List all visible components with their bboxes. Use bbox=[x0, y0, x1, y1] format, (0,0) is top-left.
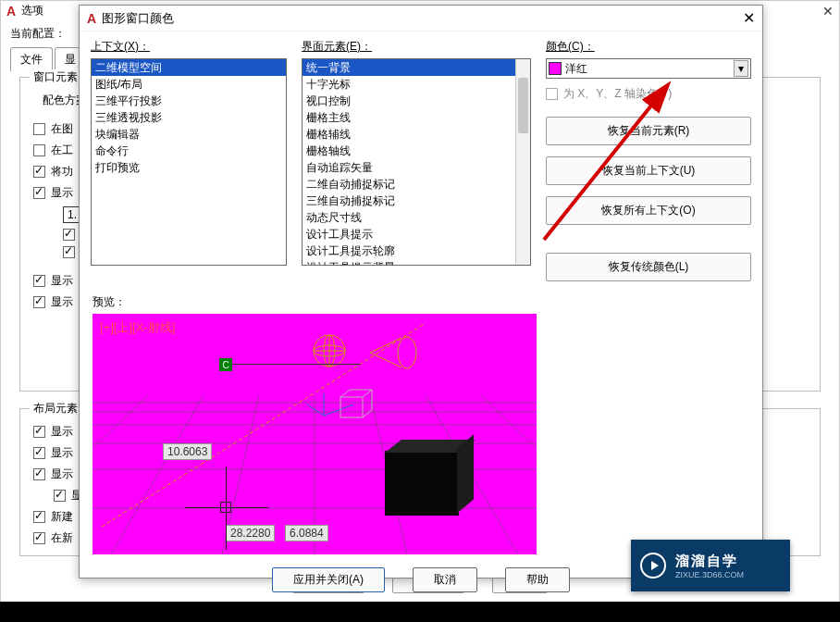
chevron-down-icon[interactable]: ▾ bbox=[734, 60, 748, 77]
color-value: 洋红 bbox=[565, 61, 587, 77]
interface-item[interactable]: 栅格轴线 bbox=[303, 143, 530, 159]
g2-chk-2[interactable] bbox=[33, 447, 45, 459]
chk-show[interactable] bbox=[33, 187, 45, 199]
g2-chk-3[interactable] bbox=[33, 468, 45, 480]
preview-grid bbox=[93, 314, 537, 554]
dialog-body: 上下文(X)： 二维模型空间图纸/布局三维平行投影三维透视投影块编辑器命令行打印… bbox=[80, 31, 762, 285]
chk-drawing-label: 在图 bbox=[51, 121, 73, 137]
bottom-black-strip bbox=[0, 602, 840, 622]
context-item[interactable]: 块编辑器 bbox=[92, 126, 286, 143]
options-title: 选项 bbox=[21, 3, 43, 19]
g2-chk-1-label: 显示 bbox=[51, 424, 73, 440]
svg-line-8 bbox=[111, 395, 204, 554]
interface-item[interactable]: 动态尺寸线 bbox=[303, 209, 530, 226]
interface-item[interactable]: 栅格主线 bbox=[303, 109, 530, 126]
restore-current-element-button[interactable]: 恢复当前元素(R) bbox=[546, 117, 751, 145]
preview-reading-1: 10.6063 bbox=[163, 443, 212, 460]
dialog-titlebar: A 图形窗口颜色 ✕ bbox=[80, 6, 762, 31]
chk-func[interactable] bbox=[33, 166, 45, 178]
svg-rect-26 bbox=[340, 397, 363, 417]
chk-show-2-label: 显示 bbox=[51, 273, 73, 289]
svg-line-21 bbox=[370, 338, 401, 353]
interface-item[interactable]: 二维自动捕捉标记 bbox=[303, 176, 530, 193]
scrollbar-thumb[interactable] bbox=[518, 78, 528, 133]
interface-item[interactable]: 设计工具提示背景 bbox=[303, 259, 530, 266]
cursor-pickbox bbox=[220, 502, 231, 513]
interface-item[interactable]: 栅格辅线 bbox=[303, 126, 530, 143]
context-column: 上下文(X)： 二维模型空间图纸/布局三维平行投影三维透视投影块编辑器命令行打印… bbox=[91, 39, 287, 281]
options-close-icon[interactable]: ✕ bbox=[822, 4, 834, 19]
interface-column: 界面元素(E)： 统一背景十字光标视口控制栅格主线栅格辅线栅格轴线自动追踪矢量二… bbox=[302, 39, 531, 281]
apply-close-button[interactable]: 应用并关闭(A) bbox=[272, 567, 385, 592]
dialog-close-icon[interactable]: ✕ bbox=[743, 9, 755, 27]
g2-chk-6[interactable] bbox=[33, 532, 45, 544]
autocad-icon: A bbox=[6, 4, 16, 19]
help-button[interactable]: 帮助 bbox=[505, 567, 570, 592]
zixue-badge: 溜溜自学 ZIXUE.3D66.COM bbox=[631, 540, 790, 591]
interface-item[interactable]: 设计工具提示 bbox=[303, 226, 530, 243]
cancel-button[interactable]: 取消 bbox=[413, 567, 477, 592]
g2-chk-2-label: 显示 bbox=[51, 445, 73, 461]
svg-point-20 bbox=[398, 337, 416, 368]
context-label: 上下文(X)： bbox=[91, 39, 287, 55]
svg-line-28 bbox=[363, 390, 372, 397]
interface-item[interactable]: 十字光标 bbox=[303, 76, 530, 93]
interface-scrollbar[interactable] bbox=[515, 59, 530, 265]
autocad-a-icon: A bbox=[87, 11, 96, 26]
restore-all-contexts-button[interactable]: 恢复所有上下文(O) bbox=[546, 196, 751, 225]
chk-tool-label: 在工 bbox=[51, 143, 73, 158]
chk-show-label: 显示 bbox=[51, 185, 73, 201]
preview-viewport: [+][上][X-射线] C 10.6063 28.2280 6.0884 bbox=[93, 314, 537, 554]
restore-current-context-button[interactable]: 恢复当前上下文(U) bbox=[546, 156, 751, 185]
dialog-title: 图形窗口颜色 bbox=[102, 10, 174, 27]
chk-show-3[interactable] bbox=[33, 296, 45, 308]
svg-line-22 bbox=[370, 353, 401, 367]
interface-item[interactable]: 视口控制 bbox=[303, 93, 530, 109]
interface-label: 界面元素(E)： bbox=[302, 39, 531, 55]
context-item[interactable]: 命令行 bbox=[92, 143, 286, 159]
g2-chk-4[interactable] bbox=[54, 490, 66, 502]
tint-label: 为 X、Y、Z 轴染色(T) bbox=[563, 86, 672, 102]
color-combobox[interactable]: 洋红 ▾ bbox=[546, 58, 751, 79]
color-swatch bbox=[549, 62, 562, 75]
badge-line1: 溜溜自学 bbox=[675, 553, 744, 570]
tint-row: 为 X、Y、Z 轴染色(T) bbox=[546, 86, 751, 102]
interface-listbox[interactable]: 统一背景十字光标视口控制栅格主线栅格辅线栅格轴线自动追踪矢量二维自动捕捉标记三维… bbox=[302, 58, 531, 266]
interface-item[interactable]: 设计工具提示轮廓 bbox=[303, 243, 530, 259]
preview-label: 预览： bbox=[93, 294, 762, 310]
context-item[interactable]: 三维平行投影 bbox=[92, 93, 286, 109]
sub-chk-1[interactable] bbox=[63, 229, 75, 241]
interface-item[interactable]: 自动追踪矢量 bbox=[303, 159, 530, 176]
g2-chk-1[interactable] bbox=[33, 426, 45, 438]
chk-show-2[interactable] bbox=[33, 275, 45, 287]
g2-chk-6-label: 在新 bbox=[51, 530, 73, 546]
context-item[interactable]: 二维模型空间 bbox=[92, 59, 286, 76]
svg-line-7 bbox=[93, 395, 148, 554]
badge-line2: ZIXUE.3D66.COM bbox=[675, 570, 744, 579]
chk-tool[interactable] bbox=[33, 144, 45, 156]
group-legend-2: 布局元素 bbox=[30, 401, 81, 417]
context-item[interactable]: 打印预览 bbox=[92, 159, 286, 176]
sub-chk-2[interactable] bbox=[63, 246, 75, 258]
context-listbox[interactable]: 二维模型空间图纸/布局三维平行投影三维透视投影块编辑器命令行打印预览 bbox=[91, 58, 287, 266]
tab-file[interactable]: 文件 bbox=[10, 47, 53, 71]
preview-reading-3: 6.0884 bbox=[285, 525, 328, 541]
svg-line-23 bbox=[324, 404, 353, 416]
group-legend-1: 窗口元素 bbox=[30, 69, 81, 85]
interface-item[interactable]: 统一背景 bbox=[303, 59, 530, 76]
restore-legacy-colors-button[interactable]: 恢复传统颜色(L) bbox=[546, 253, 751, 281]
chk-show-3-label: 显示 bbox=[51, 294, 73, 310]
interface-item[interactable]: 三维自动捕捉标记 bbox=[303, 193, 530, 209]
g2-chk-5[interactable] bbox=[33, 511, 45, 523]
color-label: 颜色(C)： bbox=[546, 39, 751, 55]
badge-text: 溜溜自学 ZIXUE.3D66.COM bbox=[675, 553, 744, 579]
chk-drawing[interactable] bbox=[33, 123, 45, 135]
play-icon bbox=[640, 553, 666, 578]
preview-cube bbox=[385, 451, 459, 516]
context-item[interactable]: 图纸/布局 bbox=[92, 76, 286, 93]
svg-line-24 bbox=[307, 404, 324, 416]
color-column: 颜色(C)： 洋红 ▾ 为 X、Y、Z 轴染色(T) 恢复当前元素(R) 恢复当… bbox=[546, 39, 751, 281]
context-item[interactable]: 三维透视投影 bbox=[92, 109, 286, 126]
preview-reading-2: 28.2280 bbox=[226, 525, 275, 541]
tint-checkbox[interactable] bbox=[546, 88, 558, 100]
